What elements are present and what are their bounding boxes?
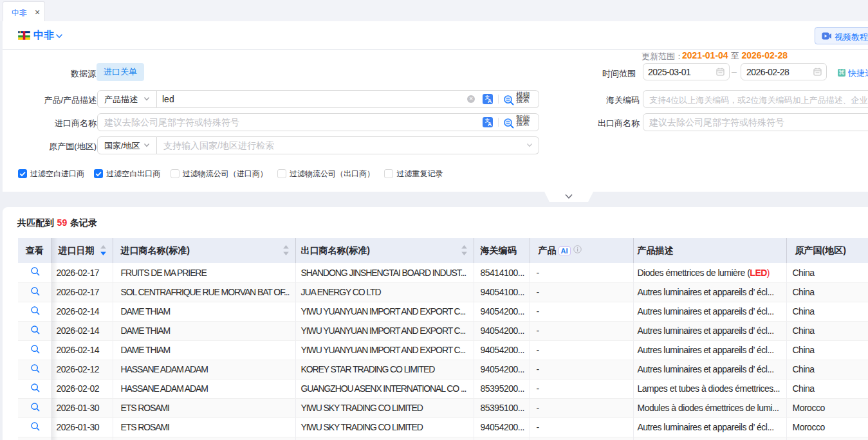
svg-text:A: A xyxy=(488,121,492,127)
svg-text:A: A xyxy=(488,98,492,104)
